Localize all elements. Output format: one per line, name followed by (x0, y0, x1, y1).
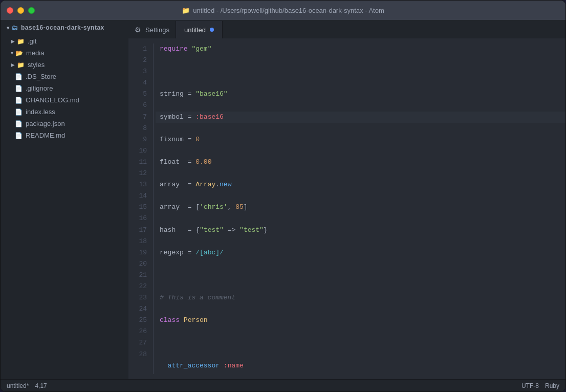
media-label: media (26, 49, 44, 57)
readme-icon: 📄 (15, 132, 23, 139)
sidebar-item-ds-store[interactable]: 📄 .DS_Store (1, 71, 128, 82)
status-position: 4,17 (35, 382, 47, 389)
changelog-label: CHANGELOG.md (26, 96, 79, 104)
status-encoding: UTF-8 (521, 382, 539, 389)
sidebar-item-changelog[interactable]: 📄 CHANGELOG.md (1, 94, 128, 106)
package-json-icon: 📄 (15, 120, 23, 127)
sidebar-item-gitignore[interactable]: 📄 .gitignore (1, 82, 128, 94)
changelog-icon: 📄 (15, 97, 23, 104)
code-line-12: # This is a comment (156, 292, 565, 303)
tabs-bar: ⚙ Settings untitled (128, 20, 565, 38)
code-content[interactable]: require "gem" string = "base16" symbol =… (154, 38, 565, 379)
settings-tab-label: Settings (145, 26, 169, 34)
main-area: ▾ 🗂 base16-ocean-dark-syntax ▶ 📁 .git ▾ … (1, 20, 565, 379)
code-line-1: require "gem" (156, 43, 565, 55)
code-line-5: fixnum = 0 (156, 134, 565, 145)
sidebar: ▾ 🗂 base16-ocean-dark-syntax ▶ 📁 .git ▾ … (1, 20, 128, 379)
traffic-lights (7, 7, 35, 14)
title-text: untitled - /Users/rpowell/github/base16-… (193, 7, 384, 14)
gitignore-label: .gitignore (26, 84, 53, 92)
styles-folder-icon: 📁 (17, 61, 25, 69)
status-file: untitled* (7, 382, 29, 389)
ds-store-label: .DS_Store (26, 73, 56, 80)
media-folder-icon: 📂 (15, 50, 23, 57)
close-button[interactable] (7, 7, 13, 14)
tab-settings[interactable]: ⚙ Settings (128, 21, 176, 38)
app-window: 📁 untitled - /Users/rpowell/github/base1… (0, 0, 566, 392)
untitled-tab-label: untitled (184, 26, 206, 34)
readme-label: README.md (26, 132, 65, 139)
code-editor[interactable]: 12345 678910 1112131415 1617181920 21222… (128, 38, 565, 379)
code-line-4: symbol = :base16 (156, 112, 565, 123)
sidebar-root-label: base16-ocean-dark-syntax (21, 24, 104, 31)
styles-chevron: ▶ (11, 62, 15, 68)
sidebar-item-index-less[interactable]: 📄 index.less (1, 106, 128, 118)
code-line-14 (156, 337, 565, 349)
sidebar-item-readme[interactable]: 📄 README.md (1, 129, 128, 141)
code-line-15: attr_accessor :name (156, 360, 565, 372)
gitignore-icon: 📄 (15, 85, 23, 92)
code-line-10: regexp = /[abc]/ (156, 247, 565, 258)
code-line-13: class Person (156, 315, 565, 326)
code-line-6: float = 0.00 (156, 157, 565, 168)
status-language: Ruby (545, 382, 559, 389)
folder-icon: 📁 (182, 7, 190, 14)
styles-label: styles (28, 61, 45, 69)
root-chevron: ▾ (7, 25, 10, 31)
sidebar-item-styles[interactable]: ▶ 📁 styles (1, 59, 128, 71)
media-chevron: ▾ (11, 50, 13, 56)
maximize-button[interactable] (28, 7, 35, 14)
sidebar-item-git[interactable]: ▶ 📁 .git (1, 35, 128, 47)
status-bar: untitled* 4,17 UTF-8 Ruby (1, 379, 565, 391)
code-line-9: hash = {"test" => "test"} (156, 225, 565, 236)
modified-dot (210, 28, 214, 32)
line-numbers: 12345 678910 1112131415 1617181920 21222… (128, 38, 153, 379)
sidebar-root[interactable]: ▾ 🗂 base16-ocean-dark-syntax (1, 20, 128, 35)
code-line-3: string = "base16" (156, 89, 565, 100)
index-less-label: index.less (26, 108, 55, 116)
ds-store-icon: 📄 (15, 73, 23, 80)
gear-icon: ⚙ (135, 26, 141, 34)
code-line-2 (156, 66, 565, 77)
code-line-11 (156, 270, 565, 281)
title-bar: 📁 untitled - /Users/rpowell/github/base1… (1, 1, 565, 20)
code-line-7: array = Array.new (156, 179, 565, 190)
root-folder-icon: 🗂 (12, 24, 18, 31)
status-right: UTF-8 Ruby (521, 382, 559, 389)
editor-area: ⚙ Settings untitled 12345 678910 1112131… (128, 20, 565, 379)
git-chevron: ▶ (11, 38, 15, 44)
status-left: untitled* 4,17 (7, 382, 47, 389)
index-less-icon: 📄 (15, 108, 23, 116)
tab-untitled[interactable]: untitled (176, 21, 223, 38)
sidebar-item-media[interactable]: ▾ 📂 media (1, 47, 128, 59)
sidebar-item-package-json[interactable]: 📄 package.json (1, 118, 128, 129)
minimize-button[interactable] (17, 7, 24, 14)
git-folder-icon: 📁 (17, 38, 25, 45)
window-title: 📁 untitled - /Users/rpowell/github/base1… (182, 7, 384, 14)
package-json-label: package.json (26, 120, 65, 127)
git-label: .git (28, 37, 36, 45)
code-line-8: array = ['chris', 85] (156, 202, 565, 213)
